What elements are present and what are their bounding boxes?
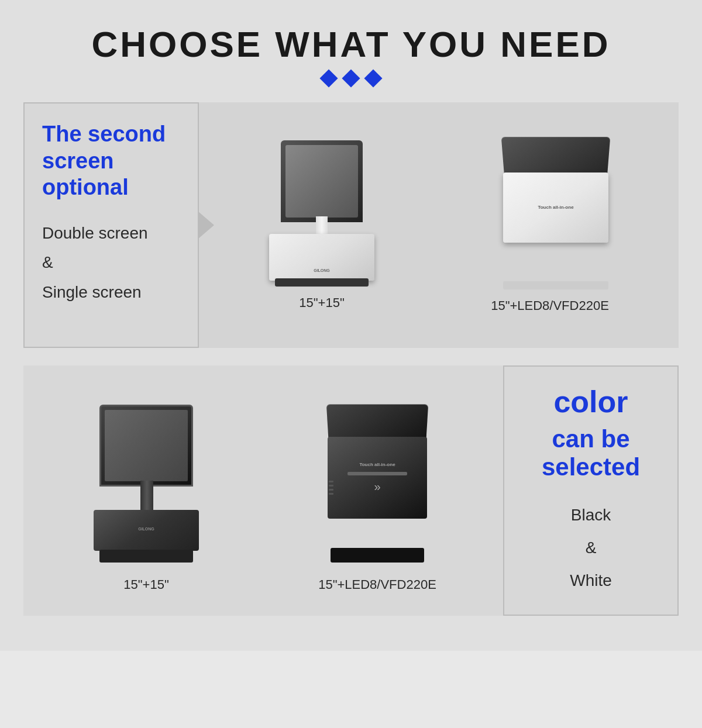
- screen-back: [281, 140, 363, 222]
- screen-options: Double screen & Single screen: [42, 219, 180, 307]
- base-body: GILONG: [269, 234, 374, 281]
- brand-label: GILONG: [138, 527, 154, 531]
- top-section: The second screen optional Double screen…: [23, 102, 679, 348]
- product-label-white-printer: 15"+LED8/VFD220E: [491, 298, 609, 313]
- pos-device-black-printer: Touch all-in-one »: [316, 405, 439, 568]
- side-vent: [329, 481, 333, 504]
- product-label-black-printer: 15"+LED8/VFD220E: [318, 577, 436, 592]
- diamond-icon-2: [342, 69, 360, 87]
- pos-device-white-double: GILONG: [263, 140, 380, 287]
- product-white-double: GILONG 15"+15": [263, 140, 380, 310]
- bottom-left-devices: GILONG 15"+15" Touch all-in-one »: [23, 365, 503, 616]
- left-panel: The second screen optional Double screen…: [23, 102, 199, 348]
- diamond-icon-3: [364, 69, 382, 87]
- second-screen-title: The second screen optional: [42, 121, 180, 201]
- display-screen: [285, 145, 358, 218]
- pos-device-white-printer: Touch all-in-one: [486, 137, 614, 289]
- base-foot: [275, 278, 369, 287]
- product-black-double: GILONG 15"+15": [88, 405, 205, 592]
- color-title: color: [553, 384, 628, 419]
- diamond-icon-1: [319, 69, 338, 87]
- display-screen: [105, 410, 188, 481]
- header: CHOOSE WHAT YOU NEED: [23, 23, 679, 85]
- screen-main: [99, 405, 193, 487]
- base-foot: [99, 550, 193, 563]
- product-label-black-double: 15"+15": [123, 577, 168, 592]
- printer-body: Touch all-in-one »: [328, 437, 427, 519]
- brand-label: GILONG: [314, 268, 330, 272]
- product-label-white-double: 15"+15": [299, 295, 344, 310]
- base-foot: [331, 548, 424, 563]
- color-panel: color can be selected Black & White: [503, 365, 679, 616]
- color-options: Black & White: [570, 499, 612, 597]
- product-black-printer: Touch all-in-one » 15"+LED8/VFD220E: [316, 405, 439, 592]
- main-title: CHOOSE WHAT YOU NEED: [23, 23, 679, 65]
- touch-label: Touch all-in-one: [359, 462, 395, 467]
- printer-body: Touch all-in-one: [503, 172, 608, 243]
- product-white-printer: Touch all-in-one 15"+LED8/VFD220E: [486, 137, 614, 313]
- page-wrapper: CHOOSE WHAT YOU NEED The second screen o…: [0, 0, 702, 651]
- paper-slot: [347, 472, 407, 475]
- color-subtitle: can be selected: [522, 425, 660, 481]
- pos-device-black-double: GILONG: [88, 405, 205, 568]
- arrow-icon: »: [374, 480, 380, 494]
- stand-base: GILONG: [94, 510, 199, 551]
- diamonds-decoration: [23, 72, 679, 85]
- base-foot: [503, 281, 608, 289]
- top-products-panel: GILONG 15"+15" Touch all-in-one 15"+LED8…: [199, 102, 679, 348]
- touch-label: Touch all-in-one: [538, 205, 573, 210]
- bottom-section: GILONG 15"+15" Touch all-in-one »: [23, 365, 679, 616]
